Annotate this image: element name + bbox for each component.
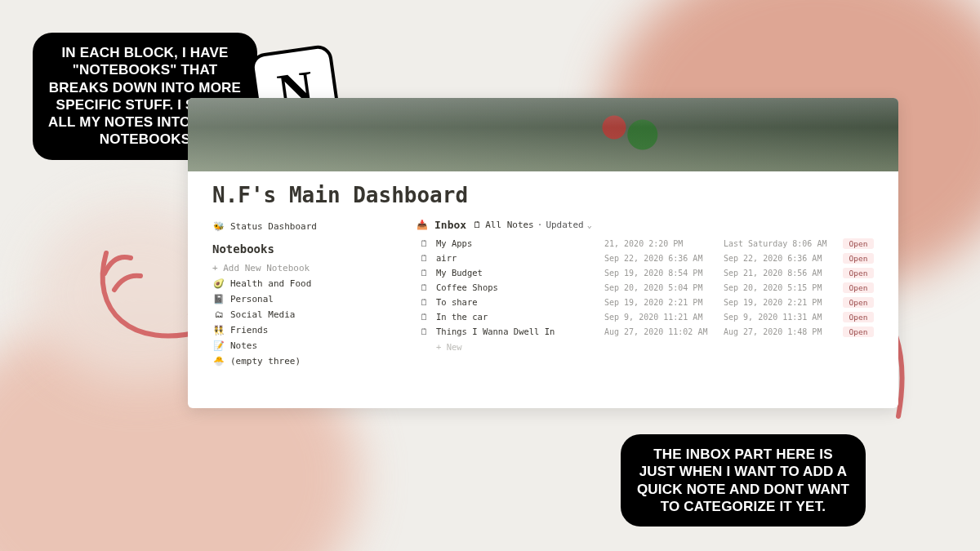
inbox-header: 📥 Inbox 🗒 All Notes · Updated ⌄ xyxy=(416,219,874,231)
notebook-item[interactable]: 📝 Notes xyxy=(212,338,384,353)
page-title: N.F's Main Dashboard xyxy=(212,183,874,207)
notebook-item[interactable]: 🗂 Social Media xyxy=(212,307,384,322)
row-name: airr xyxy=(436,253,599,263)
row-updated: Sep 21, 2020 8:56 AM xyxy=(724,269,838,278)
page-cover xyxy=(188,98,898,171)
status-dashboard-link[interactable]: 🐝 Status Dashboard xyxy=(212,219,384,234)
row-updated: Sep 22, 2020 6:36 AM xyxy=(724,254,838,263)
notebook-item[interactable]: 📓 Personal xyxy=(212,291,384,307)
notebooks-heading: Notebooks xyxy=(212,242,384,256)
notes-icon: 📝 xyxy=(212,340,225,351)
inbox-view-label: All Notes xyxy=(485,220,534,230)
open-button[interactable]: Open xyxy=(843,282,874,293)
row-created: Sep 19, 2020 8:54 PM xyxy=(604,269,719,278)
notebook-item[interactable]: 🐣 (empty three) xyxy=(212,353,384,369)
notebook-item[interactable]: 🥑 Health and Food xyxy=(212,276,384,291)
inbox-title: Inbox xyxy=(434,219,466,231)
chevron-down-icon: ⌄ xyxy=(587,220,592,229)
row-created: Sep 19, 2020 2:21 PM xyxy=(604,298,719,307)
bee-icon: 🐝 xyxy=(212,221,225,232)
inbox-sort-label: Updated xyxy=(546,220,583,230)
page-icon: 🗒 xyxy=(416,327,431,337)
notebook-label: Notes xyxy=(230,340,257,351)
chick-icon: 🐣 xyxy=(212,356,225,367)
row-name: My Apps xyxy=(436,238,599,248)
annotation-bottom: THE INBOX PART HERE IS JUST WHEN I WANT … xyxy=(621,434,866,527)
page-icon: 🗒 xyxy=(416,312,431,322)
row-created: Sep 22, 2020 6:36 AM xyxy=(604,254,719,263)
table-row[interactable]: 🗒 To share Sep 19, 2020 2:21 PM Sep 19, … xyxy=(416,295,874,309)
add-notebook-button[interactable]: + Add New Notebook xyxy=(212,260,384,276)
table-row[interactable]: 🗒 My Apps 21, 2020 2:20 PM Last Saturday… xyxy=(416,236,874,251)
row-name: To share xyxy=(436,297,599,307)
row-updated: Sep 19, 2020 2:21 PM xyxy=(724,298,838,307)
row-name: Coffee Shops xyxy=(436,282,599,292)
row-created: 21, 2020 2:20 PM xyxy=(604,239,719,248)
row-updated: Last Saturday 8:06 AM xyxy=(724,239,838,248)
row-updated: Aug 27, 2020 1:48 PM xyxy=(724,327,838,336)
page-icon: 🗒 xyxy=(416,253,431,264)
table-row[interactable]: 🗒 My Budget Sep 19, 2020 8:54 PM Sep 21,… xyxy=(416,265,874,280)
row-updated: Sep 20, 2020 5:15 PM xyxy=(724,283,838,292)
inbox-icon: 📥 xyxy=(416,220,428,230)
page-icon: 🗒 xyxy=(416,268,431,278)
row-name: Things I Wanna Dwell In xyxy=(436,327,599,336)
inbox-view-switcher[interactable]: 🗒 All Notes · Updated ⌄ xyxy=(473,220,592,230)
page-icon: 🗒 xyxy=(416,297,431,308)
notebook-label: (empty three) xyxy=(230,356,301,367)
open-button[interactable]: Open xyxy=(843,297,874,308)
new-row-button[interactable]: + New xyxy=(416,339,874,352)
notebook-icon: 📓 xyxy=(212,294,225,304)
row-name: In the car xyxy=(436,312,599,322)
right-column: 📥 Inbox 🗒 All Notes · Updated ⌄ 🗒 My App… xyxy=(416,219,874,369)
friends-icon: 👯 xyxy=(212,325,225,335)
notebook-label: Friends xyxy=(230,325,268,335)
notebook-item[interactable]: 👯 Friends xyxy=(212,322,384,338)
left-column: 🐝 Status Dashboard Notebooks + Add New N… xyxy=(212,219,384,369)
table-row[interactable]: 🗒 In the car Sep 9, 2020 11:21 AM Sep 9,… xyxy=(416,309,874,324)
notebook-label: Health and Food xyxy=(230,278,311,289)
open-button[interactable]: Open xyxy=(843,253,874,264)
open-button[interactable]: Open xyxy=(843,327,874,337)
new-row-label: + New xyxy=(436,342,462,352)
avocado-icon: 🥑 xyxy=(212,278,225,289)
status-dashboard-label: Status Dashboard xyxy=(230,221,317,232)
open-button[interactable]: Open xyxy=(843,238,874,249)
page-icon: 🗒 xyxy=(416,282,431,293)
notion-window: N.F's Main Dashboard 🐝 Status Dashboard … xyxy=(188,98,898,408)
open-button[interactable]: Open xyxy=(843,312,874,322)
notebook-label: Social Media xyxy=(230,309,295,320)
row-created: Sep 9, 2020 11:21 AM xyxy=(604,313,719,322)
page-icon: 🗒 xyxy=(416,238,431,249)
table-row[interactable]: 🗒 Coffee Shops Sep 20, 2020 5:04 PM Sep … xyxy=(416,280,874,295)
table-row[interactable]: 🗒 Things I Wanna Dwell In Aug 27, 2020 1… xyxy=(416,324,874,339)
row-name: My Budget xyxy=(436,268,599,278)
add-notebook-label: + Add New Notebook xyxy=(212,263,310,273)
notebook-label: Personal xyxy=(230,294,274,304)
row-created: Aug 27, 2020 11:02 AM xyxy=(604,327,719,336)
folder-icon: 🗂 xyxy=(212,309,225,320)
row-updated: Sep 9, 2020 11:31 AM xyxy=(724,313,838,322)
annotation-bottom-text: THE INBOX PART HERE IS JUST WHEN I WANT … xyxy=(637,447,849,514)
row-created: Sep 20, 2020 5:04 PM xyxy=(604,283,719,292)
open-button[interactable]: Open xyxy=(843,268,874,278)
list-icon: 🗒 xyxy=(473,220,482,230)
table-row[interactable]: 🗒 airr Sep 22, 2020 6:36 AM Sep 22, 2020… xyxy=(416,251,874,265)
